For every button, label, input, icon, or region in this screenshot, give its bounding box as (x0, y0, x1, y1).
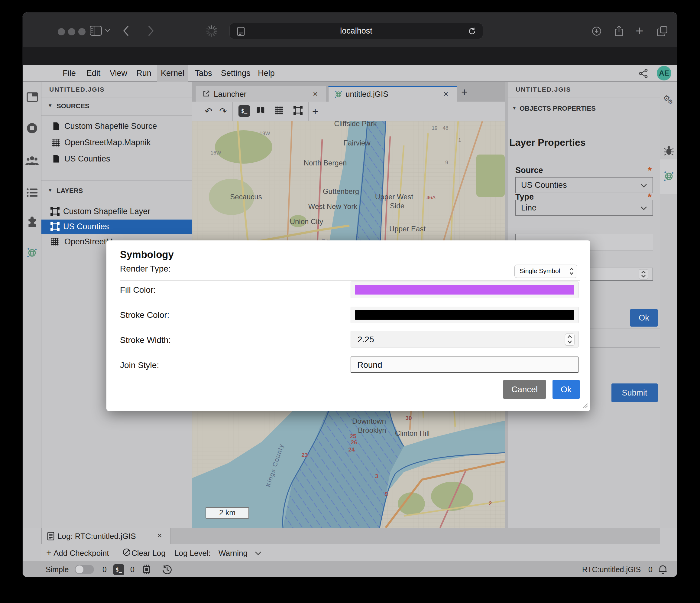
tab-overview-button[interactable] (657, 26, 668, 37)
back-button[interactable] (122, 25, 130, 37)
url-text[interactable]: localhost (230, 23, 483, 39)
file-browser-icon[interactable] (27, 92, 38, 102)
raster-layer-button[interactable] (274, 106, 283, 115)
extensions-icon[interactable] (26, 216, 38, 227)
debugger-bug-icon[interactable] (664, 145, 674, 155)
objects-properties-header[interactable]: ▾ OBJECTS PROPERTIES (508, 97, 660, 121)
stroke-color-input[interactable] (351, 307, 578, 323)
map-label: Brooklyn (358, 426, 386, 434)
zoom-window-button[interactable] (78, 28, 85, 35)
new-launcher-button[interactable]: + (461, 86, 468, 99)
open-map-button[interactable] (256, 106, 265, 114)
tab-untitled-jgis[interactable]: untitled.jGIS × (328, 86, 457, 102)
join-style-select[interactable]: Round (351, 357, 578, 373)
url-bar[interactable]: localhost (229, 23, 483, 39)
svg-text:19: 19 (432, 125, 438, 131)
simple-mode-toggle[interactable] (75, 565, 94, 574)
stroke-width-input[interactable]: 2.25 (351, 331, 578, 347)
menu-run[interactable]: Run (136, 65, 152, 82)
layer-row-us-counties-selected[interactable]: US Counties (42, 220, 192, 234)
ok-button[interactable]: Ok (552, 380, 580, 399)
svg-text:16W: 16W (211, 150, 221, 156)
symbology-dialog: Symbology Render Type: Single Symbol Fil… (106, 240, 590, 411)
stepper-buttons[interactable] (565, 333, 575, 346)
layers-section-header[interactable]: ▾ LAYERS (42, 180, 192, 201)
chevron-down-icon[interactable] (255, 551, 261, 555)
type-select[interactable]: Line (515, 200, 653, 216)
grid-icon (50, 237, 59, 246)
collapse-caret-icon: ▾ (49, 187, 52, 194)
share-button[interactable] (615, 25, 624, 37)
property-inspector-icon[interactable]: ⚙⚙ (663, 94, 675, 103)
rtc-session-label: RTC:untitled.jGIS (582, 565, 641, 574)
jupytergis-panel-icon[interactable] (663, 170, 675, 182)
log-level-select[interactable]: Warning (219, 549, 248, 558)
table-of-contents-icon[interactable] (27, 188, 38, 197)
sources-section-header[interactable]: ▾ SOURCES (42, 97, 192, 116)
source-select[interactable]: US Counties (515, 177, 653, 193)
close-tab-icon[interactable]: × (313, 89, 318, 99)
running-kernels-icon[interactable] (26, 122, 38, 134)
loading-spinner-icon (205, 25, 218, 37)
reload-icon[interactable] (468, 27, 477, 36)
tab-launcher[interactable]: Launcher × (195, 86, 327, 102)
bell-icon[interactable] (658, 564, 668, 574)
grid-icon (52, 139, 60, 147)
clear-log-button[interactable]: Clear Log (131, 549, 166, 558)
add-layer-button[interactable]: + (309, 105, 321, 118)
terminal-console-button[interactable]: $_ (239, 105, 250, 117)
minimize-window-button[interactable] (68, 28, 75, 35)
share-notebook-icon[interactable] (639, 69, 648, 78)
sidebar-chevron-icon[interactable] (105, 29, 110, 32)
kernel-count: 0 (102, 565, 107, 574)
user-avatar[interactable]: AE (657, 66, 671, 80)
menu-kernel[interactable]: Kernel (157, 65, 188, 82)
close-log-icon[interactable]: × (157, 531, 162, 540)
terminal-status-icon[interactable]: $_ (113, 564, 124, 575)
menu-file[interactable]: File (61, 65, 78, 82)
source-item-osm-mapnik[interactable]: OpenStreetMap.Mapnik (42, 135, 192, 151)
map-scale-bar: 2 km (206, 507, 249, 518)
menu-edit[interactable]: Edit (85, 65, 102, 82)
map-label: Upper East (389, 225, 426, 233)
launcher-icon (202, 90, 210, 98)
sidebar-toggle-icon[interactable] (90, 26, 102, 36)
render-type-select[interactable]: Single Symbol (515, 265, 577, 278)
forward-button[interactable] (147, 25, 154, 37)
redo-button[interactable]: ↷ (217, 105, 229, 118)
panel-ok-button[interactable]: Ok (630, 309, 658, 327)
submit-button[interactable]: Submit (611, 383, 658, 402)
menu-settings[interactable]: Settings (221, 65, 249, 82)
menu-tabs[interactable]: Tabs (194, 65, 213, 82)
log-console-icon (47, 532, 54, 540)
chip-icon[interactable] (141, 564, 152, 575)
close-tab-icon[interactable]: × (443, 89, 448, 99)
log-tab[interactable]: Log: RTC:untitled.jGIS × (42, 528, 171, 544)
add-checkpoint-button[interactable]: Add Checkpoint (53, 549, 109, 558)
new-tab-button[interactable]: + (635, 26, 644, 36)
undo-button[interactable]: ↶ (202, 105, 215, 118)
map-label: Side (390, 202, 404, 210)
vector-layer-button[interactable] (294, 106, 303, 115)
log-panel-tabbar: Log: RTC:untitled.jGIS × (42, 528, 660, 544)
fill-color-input[interactable] (351, 282, 578, 298)
add-checkpoint-plus-icon: + (46, 548, 52, 558)
jupytergis-icon[interactable] (26, 246, 38, 259)
left-activity-bar (23, 82, 42, 528)
layer-row-custom-shapefile[interactable]: Custom Shapefile Layer (42, 203, 192, 220)
downloads-button[interactable] (592, 26, 602, 36)
menu-view[interactable]: View (109, 65, 128, 82)
notification-count: 0 (648, 565, 653, 574)
map-label: North Bergen (304, 159, 347, 167)
stepper-buttons[interactable] (639, 269, 648, 280)
cancel-button[interactable]: Cancel (503, 380, 546, 399)
source-item-custom-shapefile[interactable]: Custom Shapefile Source (42, 119, 192, 135)
history-icon[interactable] (162, 564, 173, 575)
resize-handle[interactable] (581, 402, 588, 410)
close-window-button[interactable] (58, 28, 65, 35)
menu-help: Help (257, 65, 275, 82)
right-panel-title: UNTITLED.JGIS (516, 86, 571, 93)
collaborators-icon[interactable] (25, 156, 39, 165)
join-style-label: Join Style: (120, 360, 159, 370)
source-item-us-counties[interactable]: US Counties (42, 151, 192, 168)
